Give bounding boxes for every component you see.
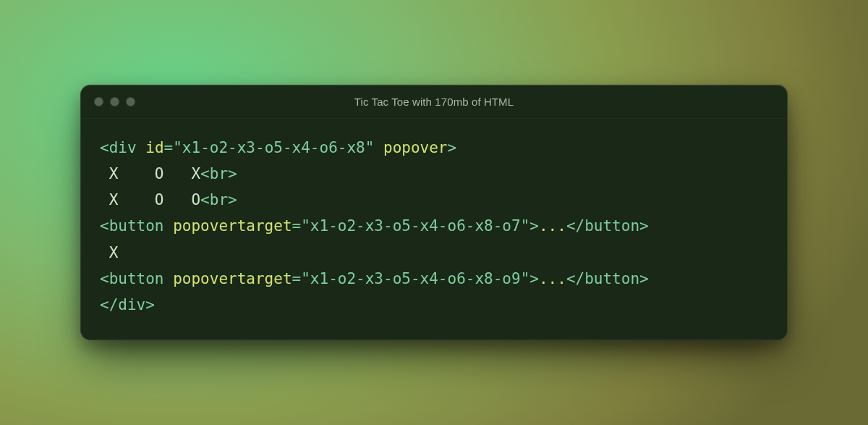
- code-window: Tic Tac Toe with 170mb of HTML <div id="…: [80, 85, 788, 340]
- code-token: <: [200, 165, 210, 182]
- minimize-icon[interactable]: [110, 97, 119, 106]
- traffic-lights: [94, 97, 135, 106]
- code-token: X O O: [100, 191, 200, 209]
- code-token: ...: [539, 217, 566, 235]
- code-token: >: [145, 296, 155, 314]
- code-token: <: [100, 139, 109, 156]
- titlebar: Tic Tac Toe with 170mb of HTML: [81, 85, 787, 119]
- code-token: ...: [539, 270, 566, 287]
- code-token: popovertarget: [173, 270, 292, 287]
- code-token: <: [100, 270, 109, 287]
- code-token: "x1-o2-x3-o5-x4-o6-x8": [173, 139, 374, 156]
- code-token: [137, 139, 146, 156]
- code-token: div: [118, 296, 145, 314]
- code-token: br: [210, 191, 228, 209]
- window-title: Tic Tac Toe with 170mb of HTML: [81, 96, 787, 108]
- close-icon[interactable]: [94, 97, 103, 106]
- code-token: </: [100, 296, 118, 314]
- code-token: "x1-o2-x3-o5-x4-o6-x8-o9": [301, 270, 529, 287]
- code-token: =: [292, 270, 302, 287]
- code-token: >: [228, 191, 237, 209]
- code-token: [164, 217, 174, 235]
- code-token: <: [200, 191, 210, 209]
- code-token: >: [448, 139, 457, 156]
- code-token: button: [584, 217, 639, 235]
- code-token: button: [109, 217, 164, 235]
- code-token: popover: [383, 139, 448, 156]
- code-block[interactable]: <div id="x1-o2-x3-o5-x4-o6-x8" popover> …: [81, 119, 787, 340]
- code-token: br: [210, 165, 228, 182]
- code-token: button: [109, 270, 164, 287]
- code-token: div: [109, 139, 137, 156]
- code-token: >: [529, 217, 539, 235]
- code-token: id: [145, 139, 163, 156]
- code-token: button: [584, 270, 639, 287]
- code-token: [374, 139, 383, 156]
- code-token: X O X: [100, 165, 200, 182]
- code-token: =: [292, 217, 302, 235]
- code-token: >: [639, 217, 649, 235]
- code-token: popovertarget: [173, 217, 292, 235]
- code-token: >: [228, 165, 237, 182]
- code-token: X: [100, 244, 118, 261]
- code-token: [164, 270, 174, 287]
- zoom-icon[interactable]: [126, 97, 135, 106]
- code-token: <: [100, 217, 109, 235]
- code-token: =: [164, 139, 174, 156]
- code-token: </: [566, 217, 584, 235]
- code-token: </: [566, 270, 584, 287]
- code-token: "x1-o2-x3-o5-x4-o6-x8-o7": [301, 217, 529, 235]
- code-token: >: [639, 270, 649, 287]
- code-token: >: [529, 270, 539, 287]
